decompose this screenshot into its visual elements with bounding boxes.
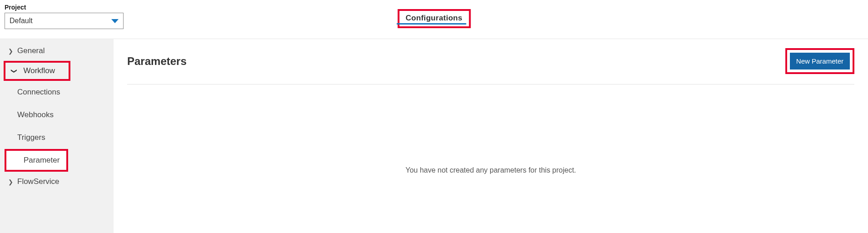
sidebar-item-label: General (17, 46, 45, 55)
sidebar-item-general[interactable]: ❯ General (0, 41, 114, 61)
chevron-right-icon: ❯ (8, 48, 13, 55)
sidebar-item-flowservice[interactable]: ❯ FlowService (0, 172, 114, 192)
sidebar-item-triggers[interactable]: Triggers (0, 126, 114, 149)
project-select[interactable]: Default (5, 13, 124, 29)
content-wrap: ❯ General ❯ Workflow Connections Webhook… (0, 39, 868, 233)
chevron-right-icon: ❯ (8, 178, 13, 185)
new-parameter-button[interactable]: New Parameter (790, 53, 850, 69)
tab-underline (397, 23, 466, 25)
sidebar-item-label: Connections (17, 88, 60, 97)
sidebar-item-label: Webhooks (17, 110, 54, 119)
tab-configurations-label: Configurations (406, 14, 462, 22)
project-select-value: Default (10, 17, 33, 25)
main-header: Parameters New Parameter (127, 48, 854, 84)
sidebar-item-webhooks[interactable]: Webhooks (0, 104, 114, 126)
top-bar: Project Default Configurations (0, 0, 868, 39)
tabs-wrap: Configurations (397, 9, 471, 28)
sidebar-item-label: Parameter (24, 156, 60, 165)
new-parameter-highlight: New Parameter (785, 48, 854, 74)
project-selector-wrap: Project Default (5, 4, 124, 29)
chevron-down-icon (111, 19, 119, 23)
empty-state-message: You have not created any parameters for … (127, 166, 854, 174)
main-content: Parameters New Parameter You have not cr… (114, 39, 868, 233)
sidebar-item-label: Triggers (17, 133, 45, 142)
sidebar-item-label: FlowService (17, 177, 60, 186)
project-label: Project (5, 4, 124, 11)
sidebar-item-connections[interactable]: Connections (0, 81, 114, 104)
page-title: Parameters (127, 55, 187, 68)
sidebar-item-workflow[interactable]: ❯ Workflow (4, 61, 70, 81)
sidebar-item-label: Workflow (23, 66, 55, 75)
tab-configurations[interactable]: Configurations (397, 9, 471, 28)
chevron-down-icon: ❯ (11, 69, 18, 74)
sidebar: ❯ General ❯ Workflow Connections Webhook… (0, 39, 114, 233)
sidebar-item-parameter[interactable]: Parameter (5, 149, 68, 172)
